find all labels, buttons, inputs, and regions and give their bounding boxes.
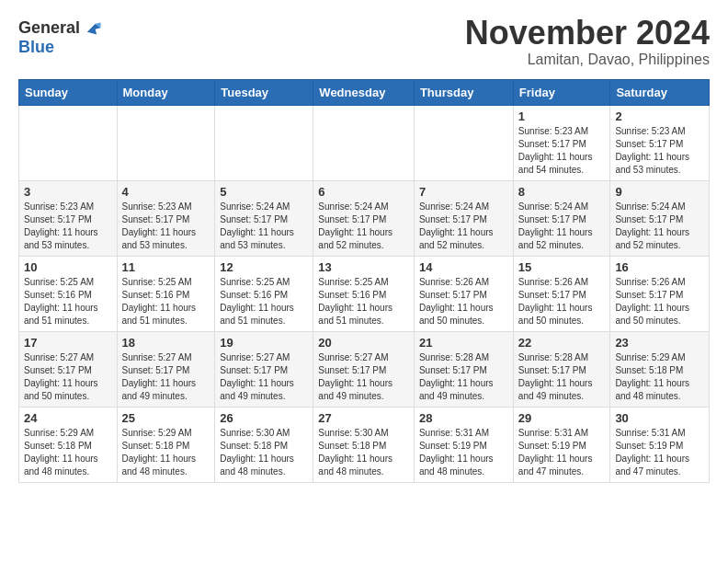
calendar-week-row: 24Sunrise: 5:29 AMSunset: 5:18 PMDayligh… bbox=[19, 407, 710, 482]
day-number: 21 bbox=[419, 336, 508, 350]
calendar-cell: 29Sunrise: 5:31 AMSunset: 5:19 PMDayligh… bbox=[513, 407, 610, 482]
day-info: Sunrise: 5:30 AMSunset: 5:18 PMDaylight:… bbox=[318, 427, 409, 478]
calendar-cell: 22Sunrise: 5:28 AMSunset: 5:17 PMDayligh… bbox=[513, 331, 610, 407]
day-number: 15 bbox=[518, 260, 606, 274]
calendar-cell: 27Sunrise: 5:30 AMSunset: 5:18 PMDayligh… bbox=[313, 407, 415, 482]
day-number: 6 bbox=[318, 185, 409, 199]
day-number: 4 bbox=[122, 185, 210, 199]
calendar-cell: 1Sunrise: 5:23 AMSunset: 5:17 PMDaylight… bbox=[513, 105, 610, 180]
day-info: Sunrise: 5:29 AMSunset: 5:18 PMDaylight:… bbox=[24, 427, 112, 478]
day-info: Sunrise: 5:29 AMSunset: 5:18 PMDaylight:… bbox=[122, 427, 210, 478]
calendar-cell: 25Sunrise: 5:29 AMSunset: 5:18 PMDayligh… bbox=[117, 407, 215, 482]
day-number: 23 bbox=[615, 336, 704, 350]
day-number: 2 bbox=[615, 109, 704, 123]
calendar-cell: 10Sunrise: 5:25 AMSunset: 5:16 PMDayligh… bbox=[19, 256, 118, 331]
month-title: November 2024 bbox=[465, 15, 710, 52]
day-number: 9 bbox=[615, 185, 704, 199]
day-number: 3 bbox=[24, 185, 112, 199]
day-info: Sunrise: 5:25 AMSunset: 5:16 PMDaylight:… bbox=[220, 276, 308, 327]
calendar-cell: 16Sunrise: 5:26 AMSunset: 5:17 PMDayligh… bbox=[610, 256, 710, 331]
day-number: 13 bbox=[318, 260, 409, 274]
calendar-header-thursday: Thursday bbox=[414, 79, 513, 105]
day-info: Sunrise: 5:23 AMSunset: 5:17 PMDaylight:… bbox=[24, 201, 112, 252]
calendar-cell: 26Sunrise: 5:30 AMSunset: 5:18 PMDayligh… bbox=[215, 407, 313, 482]
day-info: Sunrise: 5:29 AMSunset: 5:18 PMDaylight:… bbox=[615, 351, 704, 403]
day-info: Sunrise: 5:27 AMSunset: 5:17 PMDaylight:… bbox=[220, 351, 308, 403]
calendar-cell bbox=[414, 105, 513, 180]
day-info: Sunrise: 5:24 AMSunset: 5:17 PMDaylight:… bbox=[518, 201, 606, 252]
calendar-cell: 8Sunrise: 5:24 AMSunset: 5:17 PMDaylight… bbox=[513, 180, 610, 256]
calendar-cell: 20Sunrise: 5:27 AMSunset: 5:17 PMDayligh… bbox=[313, 331, 415, 407]
calendar-week-row: 17Sunrise: 5:27 AMSunset: 5:17 PMDayligh… bbox=[19, 331, 710, 407]
day-number: 30 bbox=[615, 411, 704, 425]
calendar-week-row: 1Sunrise: 5:23 AMSunset: 5:17 PMDaylight… bbox=[19, 105, 710, 180]
calendar-cell: 24Sunrise: 5:29 AMSunset: 5:18 PMDayligh… bbox=[19, 407, 118, 482]
calendar-cell: 30Sunrise: 5:31 AMSunset: 5:19 PMDayligh… bbox=[610, 407, 710, 482]
day-number: 19 bbox=[220, 336, 308, 350]
calendar-cell: 12Sunrise: 5:25 AMSunset: 5:16 PMDayligh… bbox=[215, 256, 313, 331]
calendar-cell: 21Sunrise: 5:28 AMSunset: 5:17 PMDayligh… bbox=[414, 331, 513, 407]
calendar-header-tuesday: Tuesday bbox=[215, 79, 313, 105]
day-number: 10 bbox=[24, 260, 112, 274]
calendar-cell: 6Sunrise: 5:24 AMSunset: 5:17 PMDaylight… bbox=[313, 180, 415, 256]
calendar-cell: 13Sunrise: 5:25 AMSunset: 5:16 PMDayligh… bbox=[313, 256, 415, 331]
day-info: Sunrise: 5:27 AMSunset: 5:17 PMDaylight:… bbox=[122, 351, 210, 403]
calendar-cell: 2Sunrise: 5:23 AMSunset: 5:17 PMDaylight… bbox=[610, 105, 710, 180]
day-info: Sunrise: 5:26 AMSunset: 5:17 PMDaylight:… bbox=[518, 276, 606, 327]
day-number: 22 bbox=[518, 336, 606, 350]
calendar-cell: 11Sunrise: 5:25 AMSunset: 5:16 PMDayligh… bbox=[117, 256, 215, 331]
calendar-week-row: 10Sunrise: 5:25 AMSunset: 5:16 PMDayligh… bbox=[19, 256, 710, 331]
day-number: 25 bbox=[122, 411, 210, 425]
day-number: 27 bbox=[318, 411, 409, 425]
location: Lamitan, Davao, Philippines bbox=[465, 52, 710, 68]
day-info: Sunrise: 5:23 AMSunset: 5:17 PMDaylight:… bbox=[615, 125, 704, 177]
day-number: 14 bbox=[419, 260, 508, 274]
day-info: Sunrise: 5:28 AMSunset: 5:17 PMDaylight:… bbox=[518, 351, 606, 403]
calendar-cell: 14Sunrise: 5:26 AMSunset: 5:17 PMDayligh… bbox=[414, 256, 513, 331]
calendar-cell: 9Sunrise: 5:24 AMSunset: 5:17 PMDaylight… bbox=[610, 180, 710, 256]
calendar-header-monday: Monday bbox=[117, 79, 215, 105]
day-number: 8 bbox=[518, 185, 606, 199]
calendar-header-friday: Friday bbox=[513, 79, 610, 105]
day-info: Sunrise: 5:28 AMSunset: 5:17 PMDaylight:… bbox=[419, 351, 508, 403]
calendar-cell bbox=[215, 105, 313, 180]
calendar-table: SundayMondayTuesdayWednesdayThursdayFrid… bbox=[18, 79, 710, 483]
day-number: 5 bbox=[220, 185, 308, 199]
calendar-header-wednesday: Wednesday bbox=[313, 79, 415, 105]
day-info: Sunrise: 5:31 AMSunset: 5:19 PMDaylight:… bbox=[615, 427, 704, 478]
calendar-cell bbox=[313, 105, 415, 180]
day-info: Sunrise: 5:25 AMSunset: 5:16 PMDaylight:… bbox=[122, 276, 210, 327]
day-info: Sunrise: 5:31 AMSunset: 5:19 PMDaylight:… bbox=[419, 427, 508, 478]
calendar-cell: 15Sunrise: 5:26 AMSunset: 5:17 PMDayligh… bbox=[513, 256, 610, 331]
day-info: Sunrise: 5:27 AMSunset: 5:17 PMDaylight:… bbox=[318, 351, 409, 403]
day-number: 1 bbox=[518, 109, 606, 123]
calendar-cell: 19Sunrise: 5:27 AMSunset: 5:17 PMDayligh… bbox=[215, 331, 313, 407]
calendar-cell: 5Sunrise: 5:24 AMSunset: 5:17 PMDaylight… bbox=[215, 180, 313, 256]
logo-bird-icon bbox=[82, 18, 102, 39]
day-info: Sunrise: 5:23 AMSunset: 5:17 PMDaylight:… bbox=[518, 125, 606, 177]
day-number: 24 bbox=[24, 411, 112, 425]
day-number: 16 bbox=[615, 260, 704, 274]
logo: General Blue bbox=[18, 18, 102, 57]
day-number: 7 bbox=[419, 185, 508, 199]
calendar-header-row: SundayMondayTuesdayWednesdayThursdayFrid… bbox=[19, 79, 710, 105]
calendar-week-row: 3Sunrise: 5:23 AMSunset: 5:17 PMDaylight… bbox=[19, 180, 710, 256]
day-info: Sunrise: 5:30 AMSunset: 5:18 PMDaylight:… bbox=[220, 427, 308, 478]
calendar-cell: 23Sunrise: 5:29 AMSunset: 5:18 PMDayligh… bbox=[610, 331, 710, 407]
day-info: Sunrise: 5:31 AMSunset: 5:19 PMDaylight:… bbox=[518, 427, 606, 478]
logo-blue-text: Blue bbox=[18, 39, 102, 57]
calendar-cell: 18Sunrise: 5:27 AMSunset: 5:17 PMDayligh… bbox=[117, 331, 215, 407]
day-number: 18 bbox=[122, 336, 210, 350]
day-number: 12 bbox=[220, 260, 308, 274]
day-info: Sunrise: 5:23 AMSunset: 5:17 PMDaylight:… bbox=[122, 201, 210, 252]
calendar-header-sunday: Sunday bbox=[19, 79, 118, 105]
day-number: 29 bbox=[518, 411, 606, 425]
day-number: 28 bbox=[419, 411, 508, 425]
day-info: Sunrise: 5:24 AMSunset: 5:17 PMDaylight:… bbox=[318, 201, 409, 252]
day-info: Sunrise: 5:24 AMSunset: 5:17 PMDaylight:… bbox=[615, 201, 704, 252]
day-number: 11 bbox=[122, 260, 210, 274]
calendar-cell: 28Sunrise: 5:31 AMSunset: 5:19 PMDayligh… bbox=[414, 407, 513, 482]
calendar-cell: 3Sunrise: 5:23 AMSunset: 5:17 PMDaylight… bbox=[19, 180, 118, 256]
page: General Blue November 2024 Lamitan, Dava… bbox=[0, 0, 728, 563]
day-info: Sunrise: 5:26 AMSunset: 5:17 PMDaylight:… bbox=[615, 276, 704, 327]
